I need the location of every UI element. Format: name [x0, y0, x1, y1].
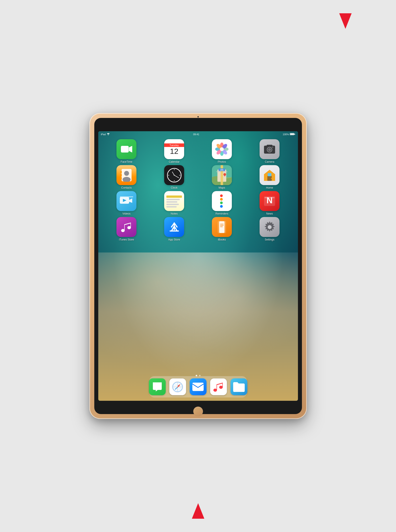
home-button[interactable] [193, 406, 203, 416]
app-itunes-label: iTunes Store [119, 238, 134, 241]
app-contacts-label: Contacts [121, 186, 132, 189]
app-clock-label: Clock [171, 186, 177, 189]
svg-point-36 [271, 178, 272, 179]
app-home-label: Home [266, 186, 273, 189]
app-news[interactable]: N News [246, 191, 293, 215]
app-ibooks-label: iBooks [218, 238, 226, 241]
app-settings[interactable]: Settings [246, 217, 293, 241]
app-facetime[interactable]: FaceTime [103, 139, 150, 163]
wifi-icon [107, 133, 110, 136]
app-settings-label: Settings [265, 238, 274, 241]
svg-rect-35 [268, 173, 271, 176]
arrow-top-right [339, 13, 352, 29]
ipad-device: iPad 09:41 100% [89, 113, 307, 419]
app-appstore-label: App Store [168, 238, 180, 241]
svg-rect-45 [220, 225, 224, 226]
svg-point-15 [272, 147, 273, 148]
svg-rect-43 [219, 221, 225, 233]
ipad-screen: iPad 09:41 100% [98, 131, 298, 401]
app-camera[interactable]: Camera [246, 139, 293, 163]
status-bar: iPad 09:41 100% [98, 131, 298, 137]
ipad-inner: iPad 09:41 100% [94, 118, 302, 414]
app-facetime-label: FaceTime [121, 160, 133, 163]
dock-files[interactable] [231, 378, 247, 395]
app-maps-label: Maps [219, 186, 225, 189]
app-maps[interactable]: 280 Maps [198, 165, 246, 189]
status-right: 100% [283, 133, 295, 136]
app-appstore[interactable]: App Store [150, 217, 198, 241]
dock [149, 376, 247, 397]
svg-point-0 [108, 135, 109, 135]
svg-text:280: 280 [220, 169, 223, 171]
svg-rect-1 [121, 146, 129, 153]
svg-point-24 [174, 180, 175, 181]
battery-icon [290, 133, 295, 136]
svg-point-25 [168, 175, 169, 176]
app-clock[interactable]: Clock [150, 165, 198, 189]
app-calendar[interactable]: Tuesday 12 Calendar [150, 139, 198, 163]
svg-point-23 [179, 175, 180, 176]
app-camera-label: Camera [265, 160, 274, 163]
dock-music[interactable] [210, 378, 227, 395]
carrier-label: iPad [101, 133, 106, 136]
svg-point-12 [220, 147, 224, 151]
app-reminders-label: Reminders [215, 212, 228, 215]
svg-point-14 [268, 148, 271, 151]
app-videos[interactable]: Videos [103, 191, 150, 215]
svg-point-48 [268, 225, 272, 229]
svg-text:N: N [267, 196, 273, 205]
svg-rect-44 [220, 224, 224, 224]
app-home[interactable]: Home [246, 165, 293, 189]
svg-point-17 [124, 171, 129, 176]
calendar-day-name: Tuesday [164, 143, 184, 147]
app-reminders[interactable]: Reminders [198, 191, 246, 215]
svg-rect-20 [121, 174, 122, 176]
status-left: iPad [101, 133, 110, 136]
app-photos-label: Photos [218, 160, 226, 163]
app-notes[interactable]: Notes [150, 191, 198, 215]
svg-rect-19 [121, 171, 122, 173]
svg-marker-38 [129, 198, 132, 203]
app-photos[interactable]: Photos [198, 139, 246, 163]
status-time: 09:41 [193, 133, 199, 136]
dock-safari[interactable] [169, 378, 186, 395]
app-videos-label: Videos [122, 212, 130, 215]
svg-marker-2 [129, 146, 132, 153]
app-itunes[interactable]: iTunes Store [103, 217, 150, 241]
dock-messages[interactable] [149, 378, 166, 395]
svg-rect-54 [192, 383, 204, 391]
arrow-bottom-center [192, 503, 204, 519]
app-contacts[interactable]: Contacts [103, 165, 150, 189]
svg-rect-46 [220, 227, 223, 227]
app-ibooks[interactable]: iBooks [198, 217, 246, 241]
app-grid: FaceTime Tuesday 12 Calendar [103, 139, 293, 241]
app-news-label: News [266, 212, 273, 215]
front-camera [198, 116, 199, 117]
dock-mail[interactable] [190, 378, 207, 395]
app-calendar-label: Calendar [169, 160, 180, 163]
app-notes-label: Notes [171, 212, 177, 215]
battery-percent: 100% [283, 133, 289, 136]
svg-point-22 [174, 169, 175, 170]
svg-rect-21 [121, 177, 122, 179]
calendar-date-num: 12 [170, 147, 178, 155]
